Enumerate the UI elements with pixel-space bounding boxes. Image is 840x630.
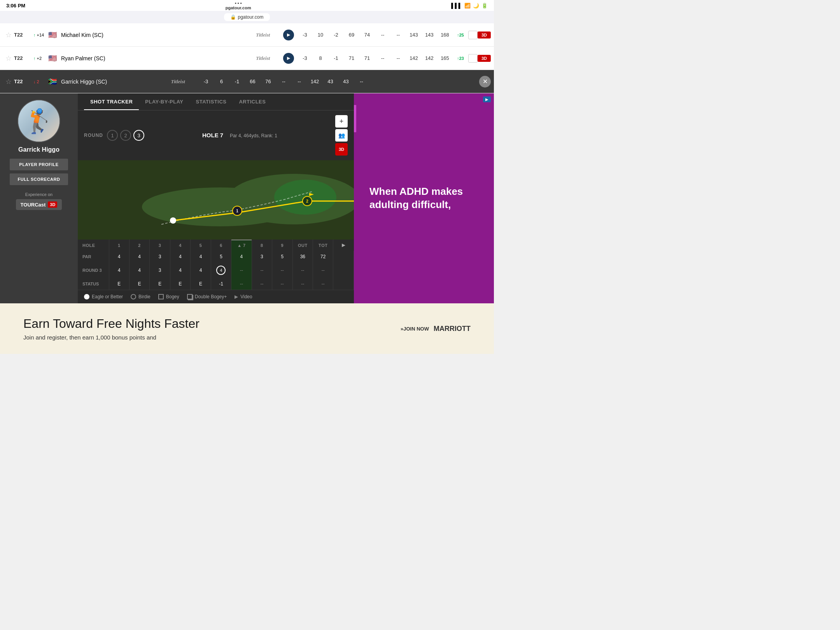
total2-2: 142 xyxy=(422,55,437,61)
round-label: ROUND xyxy=(84,133,103,138)
pts-1: 168 xyxy=(437,32,453,38)
double-bogey-label: Double Bogey+ xyxy=(195,294,227,299)
player-full-name: Garrick Higgo xyxy=(18,146,60,153)
player-avatar-image xyxy=(18,100,60,142)
tabs-bar: SHOT TRACKER PLAY-BY-PLAY STATISTICS ART… xyxy=(78,93,354,110)
score-3: -3 xyxy=(198,79,214,84)
hole-header: ROUND 1 2 3 HOLE 7 Par 4, 464yds, Rank: … xyxy=(78,110,354,160)
tab-play-by-play[interactable]: PLAY-BY-PLAY xyxy=(139,93,189,110)
hole-map-svg: 1 2 xyxy=(78,160,354,238)
r4-1: -- xyxy=(390,32,406,38)
3d-btn-2[interactable]: 3D xyxy=(478,55,491,62)
ad-main-title: Earn Toward Free Nights Faster xyxy=(23,317,200,331)
status-url[interactable]: pgatour.com xyxy=(226,5,251,10)
url-bar[interactable]: 🔒 pgatour.com xyxy=(0,11,494,23)
total2-3: 43 xyxy=(323,79,338,84)
total-3: 142 xyxy=(307,79,323,84)
brand-3: Titleist xyxy=(171,79,198,85)
player-name-3[interactable]: Garrick Higgo (SC) xyxy=(61,79,171,85)
r3-2: -- xyxy=(375,55,390,61)
thru-1: 10 xyxy=(313,32,328,38)
r2-3: 76 xyxy=(261,79,276,84)
player-avatar xyxy=(18,100,60,142)
url-pill[interactable]: 🔒 pgatour.com xyxy=(224,13,270,21)
video-icon: ▶ xyxy=(234,294,238,299)
flag-3: 🇿🇦 xyxy=(47,76,61,87)
star-icon[interactable]: ☆ xyxy=(3,31,14,39)
player-name-2[interactable]: Ryan Palmer (SC) xyxy=(61,55,256,61)
status-label: STATUS xyxy=(78,278,109,290)
lock-icon: 🔒 xyxy=(230,14,236,20)
video-label: Video xyxy=(240,294,252,299)
leaderboard-row-3[interactable]: ☆ T22 ↓ 2 🇿🇦 Garrick Higgo (SC) Titleist… xyxy=(0,70,494,93)
total-1: 143 xyxy=(406,32,422,38)
birdie-label: Birdie xyxy=(138,294,150,299)
birdie-icon xyxy=(131,294,136,299)
r2-1: 74 xyxy=(359,32,375,38)
hole-map: 1 2 xyxy=(78,160,354,240)
thru-3: 6 xyxy=(214,79,229,84)
box-btn-2[interactable] xyxy=(468,54,478,63)
3d-btn-1[interactable]: 3D xyxy=(478,32,491,38)
star-icon-2[interactable]: ☆ xyxy=(3,54,14,63)
ad-corner-badge[interactable]: ▶ xyxy=(483,96,491,102)
player-detail-section: Garrick Higgo PLAYER PROFILE FULL SCOREC… xyxy=(0,93,494,303)
brand-2: Titleist xyxy=(256,55,283,61)
play-btn-2[interactable]: ▶ xyxy=(283,53,297,64)
marriott-brand-label: MARRIOTT xyxy=(434,325,471,333)
bogey-label: Bogey xyxy=(166,294,179,299)
tourcast-button[interactable]: TOURCast 3D xyxy=(16,199,62,210)
status-bar: 3:06 PM • • • pgatour.com ▌▌▌ 📶 🌙 🔋 xyxy=(0,0,494,11)
fedex-3: -- xyxy=(354,79,369,84)
legend-bogey: Bogey xyxy=(158,294,179,299)
group-view-button[interactable]: 👥 xyxy=(335,129,348,142)
experience-label: Experience on xyxy=(25,192,52,197)
total-2: 142 xyxy=(406,55,422,61)
col-h8: 8 xyxy=(252,240,272,251)
player-name-1[interactable]: Michael Kim (SC) xyxy=(61,32,256,38)
right-ad-panel: ▶ When ADHD makes adulting difficult, xyxy=(354,93,494,303)
flag-1: 🇺🇸 xyxy=(47,30,61,40)
today-2: -1 xyxy=(328,55,344,61)
circled-score: 4 xyxy=(216,266,226,275)
player-profile-button[interactable]: PLAYER PROFILE xyxy=(10,159,68,170)
status-icons: ▌▌▌ 📶 🌙 🔋 xyxy=(451,3,488,9)
score-1: -3 xyxy=(297,32,313,38)
legend-eagle: Eagle or Better xyxy=(84,294,123,299)
movement-2: ↑ +2 xyxy=(33,56,47,61)
legend-birdie: Birdie xyxy=(131,294,150,299)
close-button[interactable]: ✕ xyxy=(479,76,491,88)
tab-shot-tracker[interactable]: SHOT TRACKER xyxy=(84,93,139,110)
col-h5: 5 xyxy=(191,240,211,251)
scorecard: HOLE 1 2 3 4 5 6 ▲ 7 8 9 xyxy=(78,240,354,290)
zoom-in-button[interactable]: + xyxy=(335,115,348,128)
leaderboard-row-2: ☆ T22 ↑ +2 🇺🇸 Ryan Palmer (SC) Titleist … xyxy=(0,47,494,70)
star-icon-3[interactable]: ☆ xyxy=(3,77,14,86)
full-scorecard-button[interactable]: FULL SCORECARD xyxy=(10,173,68,185)
score-2: -3 xyxy=(297,55,313,61)
hole-info: HOLE 7 Par 4, 464yds, Rank: 1 xyxy=(152,132,327,139)
pts-2: 165 xyxy=(437,55,453,61)
player-left-panel: Garrick Higgo PLAYER PROFILE FULL SCOREC… xyxy=(0,93,78,303)
eagle-icon xyxy=(84,294,89,299)
marriott-join-label[interactable]: »JOIN NOW xyxy=(401,326,429,332)
r3-3: -- xyxy=(276,79,292,84)
tab-articles[interactable]: ARTICLES xyxy=(233,93,272,110)
player-section: Garrick Higgo PLAYER PROFILE FULL SCOREC… xyxy=(0,93,494,303)
play-btn-1[interactable]: ▶ xyxy=(283,30,297,40)
round-1-button[interactable]: 1 xyxy=(107,130,118,141)
tab-statistics[interactable]: STATISTICS xyxy=(190,93,233,110)
ad-subtitle: Join and register, then earn 1,000 bonus… xyxy=(23,334,200,341)
status-time: 3:06 PM xyxy=(6,3,25,9)
round-3-button[interactable]: 3 xyxy=(133,130,144,141)
round-2-button[interactable]: 2 xyxy=(120,130,131,141)
ad-brand-section: »JOIN NOW MARRIOTT xyxy=(401,325,471,333)
col-next[interactable]: ▶ xyxy=(333,240,354,251)
scorecard-header-row: HOLE 1 2 3 4 5 6 ▲ 7 8 9 xyxy=(78,240,354,251)
position-1: T22 xyxy=(14,32,33,38)
r1-1: 69 xyxy=(344,32,359,38)
box-btn-1[interactable] xyxy=(468,31,478,39)
movement-3: ↓ 2 xyxy=(33,79,47,84)
3d-view-button[interactable]: 3D xyxy=(335,143,348,156)
r1-3: 66 xyxy=(245,79,261,84)
